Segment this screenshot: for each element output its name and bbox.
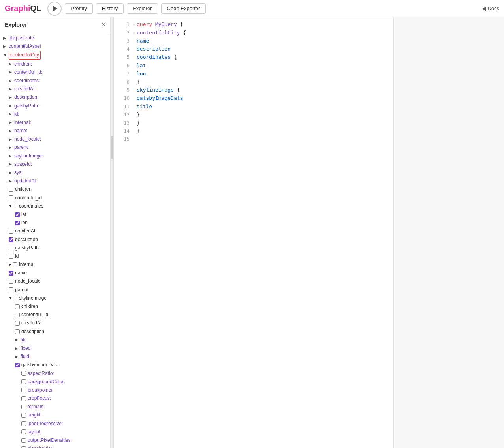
- tree-item-si-file[interactable]: ▶ file: [0, 336, 110, 344]
- tree-item-cb-si-children[interactable]: children: [0, 302, 110, 311]
- checkbox-gid-cropFocus[interactable]: [21, 396, 26, 401]
- tree-item-cb-gatsbyPath[interactable]: gatsbyPath: [0, 244, 110, 252]
- tree-item-contentfulCity[interactable]: ▼ contentfulCity: [0, 51, 110, 60]
- checkbox-gid-outputPixelDensities[interactable]: [21, 438, 26, 443]
- checkbox-gid-aspectRatio[interactable]: [21, 371, 26, 376]
- tree-item-gid-backgroundColor[interactable]: backgroundColor:: [0, 378, 110, 386]
- checkbox-node-locale[interactable]: [9, 279, 13, 284]
- tree-item-skylineImage-expandable[interactable]: ▶ skylineImage:: [0, 152, 110, 160]
- tree-item-children-expandable[interactable]: ▶ children:: [0, 60, 110, 68]
- checkbox-name[interactable]: [9, 271, 13, 276]
- expand-arrow: ▶: [9, 136, 14, 142]
- code-line-6: 6 lat: [114, 62, 393, 70]
- tree-item-contentfulAsset[interactable]: ▶ contentfulAsset: [0, 42, 110, 51]
- tree-item-gid-aspectRatio[interactable]: aspectRatio:: [0, 369, 110, 378]
- checkbox-gid-height[interactable]: [21, 413, 26, 418]
- tree-item-internal-expandable[interactable]: ▶ internal:: [0, 118, 110, 127]
- checkbox-gid-backgroundColor[interactable]: [21, 379, 26, 384]
- checkbox-gid-jpegProgressive[interactable]: [21, 421, 26, 426]
- checkbox-internal[interactable]: [13, 262, 17, 267]
- code-line-11: 11 title: [114, 103, 393, 111]
- explorer-button[interactable]: Explorer: [127, 3, 158, 14]
- close-icon[interactable]: ×: [102, 21, 105, 28]
- checkbox-gid-formats[interactable]: [21, 405, 26, 409]
- tree-item-gid-placeholder[interactable]: placeholder:: [0, 444, 110, 448]
- tree-item-cb-skylineImage[interactable]: ▼ skylineImage: [0, 294, 110, 302]
- tree-item-spaceId-expandable[interactable]: ▶ spaceId:: [0, 160, 110, 169]
- checkbox-coordinates[interactable]: [13, 204, 17, 208]
- checkbox-createdAt[interactable]: [9, 229, 13, 234]
- checkbox-lon[interactable]: [15, 221, 20, 225]
- tree-item-gatsbyPath-expandable[interactable]: ▶ gatsbyPath:: [0, 102, 110, 110]
- tree-item-gid-layout[interactable]: layout:: [0, 428, 110, 436]
- history-button[interactable]: History: [96, 3, 124, 14]
- tree-item-gid-jpegProgressive[interactable]: jpegProgressive:: [0, 420, 110, 428]
- tree-item-cb-name[interactable]: name: [0, 269, 110, 277]
- checkbox-parent[interactable]: [9, 287, 13, 292]
- tree-item-updatedAt-expandable[interactable]: ▶ updatedAt:: [0, 177, 110, 185]
- checkbox-contentful-id[interactable]: [9, 195, 13, 200]
- right-panel: [393, 17, 504, 448]
- tree-item-si-fixed[interactable]: ▶ fixed: [0, 344, 110, 352]
- tree-item-parent-expandable[interactable]: ▶ parent:: [0, 143, 110, 152]
- code-exporter-button[interactable]: Code Exporter: [161, 3, 206, 14]
- checkbox-gid-breakpoints[interactable]: [21, 388, 26, 392]
- code-line-12: 12 }: [114, 111, 393, 119]
- tree-item-cb-gatsbyImageData[interactable]: gatsbyImageData: [0, 361, 110, 369]
- tree-item-gid-breakpoints[interactable]: breakpoints:: [0, 386, 110, 394]
- docs-button[interactable]: ◀ Docs: [482, 6, 499, 11]
- checkbox-children[interactable]: [9, 187, 13, 192]
- tree-item-cb-createdAt[interactable]: createdAt: [0, 227, 110, 235]
- expand-arrow: ▶: [9, 94, 14, 101]
- topbar: GraphiQL Prettify History Explorer Code …: [0, 0, 504, 17]
- tree-item-id-expandable[interactable]: ▶ id:: [0, 110, 110, 118]
- editor-body[interactable]: 1 ▾ query MyQuery { 2 ▾ contentfulCity {…: [114, 17, 393, 448]
- tree-item-cb-parent[interactable]: parent: [0, 286, 110, 294]
- expand-arrow: ▶: [9, 86, 14, 92]
- tree-item-createdAt-expandable[interactable]: ▶ createdAt:: [0, 85, 110, 93]
- tree-item-gid-height[interactable]: height:: [0, 411, 110, 419]
- contentful-city-label: contentfulCity: [9, 51, 41, 59]
- tree-item-cb-contentful_id[interactable]: contentful_id: [0, 194, 110, 202]
- tree-item-gid-cropFocus[interactable]: cropFocus:: [0, 394, 110, 403]
- tree-item-si-fluid[interactable]: ▶ fluid: [0, 352, 110, 361]
- checkbox-gid-placeholder[interactable]: [21, 446, 26, 448]
- expand-arrow: ▶: [9, 153, 14, 159]
- code-line-2: 2 ▾ contentfulCity {: [114, 29, 393, 37]
- tree-item-cb-description[interactable]: description: [0, 236, 110, 244]
- tree-item-cb-lon[interactable]: lon: [0, 219, 110, 227]
- tree-item-cb-si-contentful_id[interactable]: contentful_id: [0, 311, 110, 319]
- checkbox-id[interactable]: [9, 254, 13, 259]
- tree-item-cb-id[interactable]: id: [0, 252, 110, 261]
- tree-item-sys-expandable[interactable]: ▶ sys:: [0, 169, 110, 177]
- checkbox-gatsbyImageData[interactable]: [15, 363, 20, 367]
- scrollbar-thumb[interactable]: [111, 136, 113, 159]
- prettify-button[interactable]: Prettify: [65, 3, 92, 14]
- tree-item-allkposcrate[interactable]: ▶ allkposcrate: [0, 34, 110, 42]
- tree-item-gid-outputPixelDensities[interactable]: outputPixelDensities:: [0, 436, 110, 444]
- checkbox-gid-layout[interactable]: [21, 429, 26, 434]
- checkbox-skylineImage[interactable]: [13, 296, 17, 300]
- tree-item-cb-node_locale[interactable]: node_locale: [0, 277, 110, 285]
- tree-item-cb-coordinates[interactable]: ▼ coordinates: [0, 202, 110, 210]
- tree-item-coordinates-expandable[interactable]: ▶ coordinates:: [0, 77, 110, 85]
- checkbox-lat[interactable]: [15, 212, 20, 217]
- tree-item-name-expandable[interactable]: ▶ name:: [0, 127, 110, 135]
- tree-item-description-expandable[interactable]: ▶ description:: [0, 93, 110, 101]
- svg-marker-0: [53, 6, 57, 11]
- tree-item-node_locale-expandable[interactable]: ▶ node_locale:: [0, 135, 110, 143]
- checkbox-si-contentful-id[interactable]: [15, 313, 20, 317]
- checkbox-si-description[interactable]: [15, 329, 20, 334]
- checkbox-si-children[interactable]: [15, 304, 20, 309]
- tree-item-cb-internal[interactable]: ▶ internal: [0, 261, 110, 269]
- checkbox-gatsbyPath[interactable]: [9, 246, 13, 250]
- checkbox-description[interactable]: [9, 237, 13, 242]
- tree-item-cb-si-createdAt[interactable]: createdAt: [0, 319, 110, 327]
- tree-item-cb-lat[interactable]: lat: [0, 210, 110, 219]
- tree-item-gid-formats[interactable]: formats:: [0, 403, 110, 411]
- run-button[interactable]: [47, 2, 62, 16]
- tree-item-cb-si-description[interactable]: description: [0, 328, 110, 336]
- tree-item-contentful_id-expandable[interactable]: ▶ contentful_id:: [0, 68, 110, 77]
- checkbox-si-createdAt[interactable]: [15, 321, 20, 326]
- tree-item-cb-children[interactable]: children: [0, 185, 110, 193]
